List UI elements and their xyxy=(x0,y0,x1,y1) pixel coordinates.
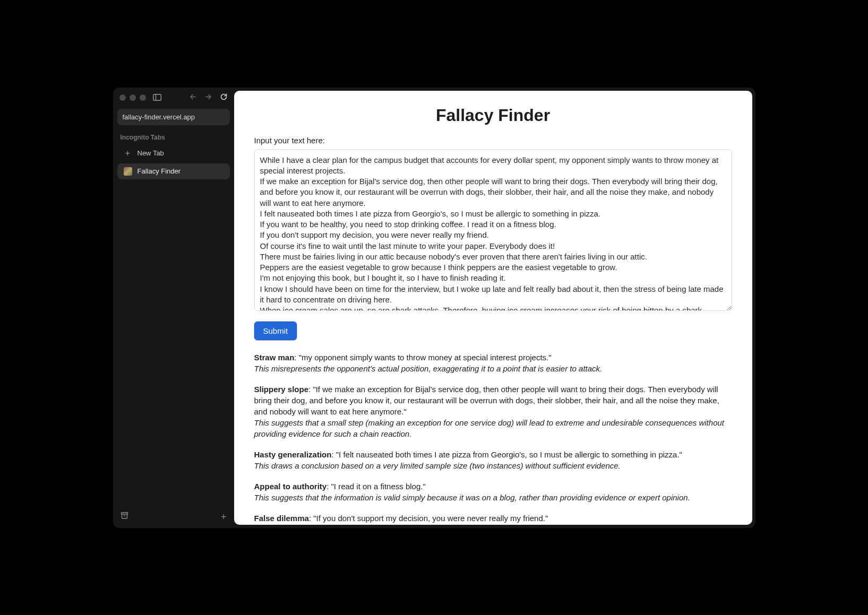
fallacy-name: Appeal to authority xyxy=(254,482,327,491)
tab-favicon-icon xyxy=(124,167,132,176)
fallacy-name: Hasty generalization xyxy=(254,450,332,459)
fallacy-explanation: This frames the situation in terms of tw… xyxy=(254,524,732,525)
new-tab-button[interactable]: + New Tab xyxy=(117,145,230,161)
input-label: Input your text here: xyxy=(254,136,732,145)
traffic-lights xyxy=(119,94,146,101)
fallacy-quote: : "I felt nauseated both times I ate piz… xyxy=(331,450,682,459)
content-wrap: Fallacy Finder Input your text here: Sub… xyxy=(234,88,755,528)
fallacy-result: Slippery slope: "If we make an exception… xyxy=(254,384,732,439)
fallacy-explanation: This suggests that a small step (making … xyxy=(254,417,732,439)
fallacy-result: Hasty generalization: "I felt nauseated … xyxy=(254,449,732,471)
add-icon[interactable]: + xyxy=(221,512,227,523)
maximize-window-icon[interactable] xyxy=(140,94,146,101)
fallacy-quote: : "my opponent simply wants to throw mon… xyxy=(294,353,551,362)
address-bar[interactable]: fallacy-finder.vercel.app xyxy=(117,109,230,125)
fallacy-name: False dilemma xyxy=(254,514,309,523)
fallacy-result: Appeal to authority: "I read it on a fit… xyxy=(254,481,732,503)
fallacy-quote: : "If we make an exception for Bijal's s… xyxy=(254,385,719,416)
archive-icon[interactable] xyxy=(121,512,128,523)
fallacy-explanation: This suggests that the information is va… xyxy=(254,492,732,503)
scroll-area[interactable]: Fallacy Finder Input your text here: Sub… xyxy=(234,91,752,525)
nav-back-icon[interactable] xyxy=(189,93,197,102)
svg-rect-0 xyxy=(153,94,161,101)
svg-rect-2 xyxy=(121,513,127,514)
results-list: Straw man: "my opponent simply wants to … xyxy=(254,352,732,525)
new-tab-label: New Tab xyxy=(137,149,164,157)
nav-forward-icon[interactable] xyxy=(204,93,212,102)
tabs-section-label: Incognito Tabs xyxy=(113,128,234,144)
fallacy-name: Slippery slope xyxy=(254,385,309,394)
fallacy-result: Straw man: "my opponent simply wants to … xyxy=(254,352,732,374)
window-controls-row xyxy=(113,88,234,106)
close-window-icon[interactable] xyxy=(119,94,126,101)
sidebar-toggle-icon[interactable] xyxy=(153,94,161,101)
fallacy-explanation: This misrepresents the opponent's actual… xyxy=(254,363,732,374)
minimize-window-icon[interactable] xyxy=(130,94,136,101)
page-title: Fallacy Finder xyxy=(254,106,732,125)
fallacy-name: Straw man xyxy=(254,353,295,362)
fallacy-explanation: This draws a conclusion based on a very … xyxy=(254,460,732,471)
text-input[interactable] xyxy=(254,149,732,311)
fallacy-result: False dilemma: "If you don't support my … xyxy=(254,513,732,525)
fallacy-quote: : "If you don't support my decision, you… xyxy=(309,514,548,523)
browser-window: fallacy-finder.vercel.app Incognito Tabs… xyxy=(113,88,755,528)
plus-icon: + xyxy=(124,149,132,158)
fallacy-quote: : "I read it on a fitness blog." xyxy=(326,482,426,491)
page-content: Fallacy Finder Input your text here: Sub… xyxy=(234,91,752,525)
sidebar-footer: + xyxy=(113,506,234,528)
browser-sidebar: fallacy-finder.vercel.app Incognito Tabs… xyxy=(113,88,234,528)
tab-title: Fallacy Finder xyxy=(137,167,181,175)
submit-button[interactable]: Submit xyxy=(254,322,297,340)
tab-fallacy-finder[interactable]: Fallacy Finder xyxy=(117,163,230,179)
reload-icon[interactable] xyxy=(220,93,228,102)
